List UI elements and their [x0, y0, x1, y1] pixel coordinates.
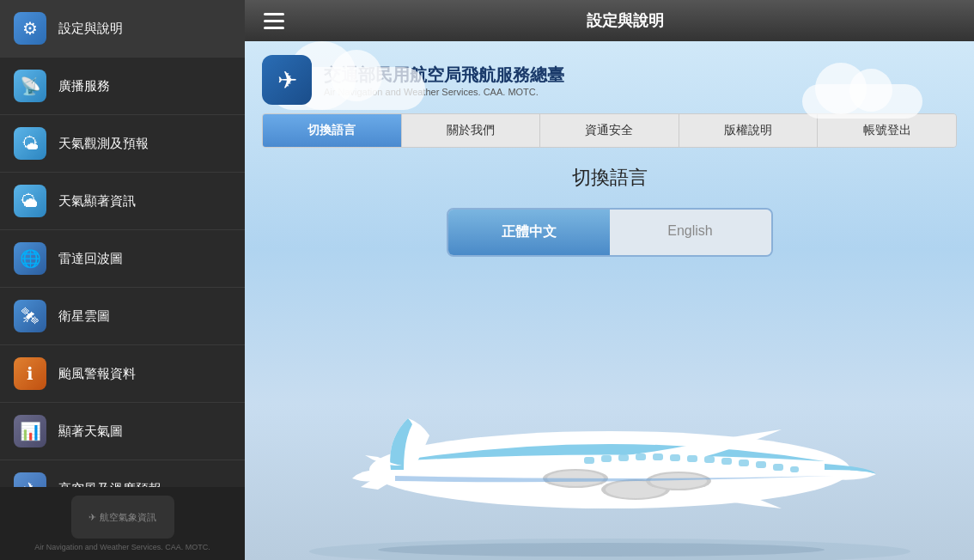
sidebar-icon-weather-sig: 🌥	[14, 185, 46, 217]
sidebar-icon-sigmet: 📊	[14, 415, 46, 447]
tab-about-us[interactable]: 關於我們	[402, 114, 541, 147]
svg-rect-15	[704, 456, 715, 463]
svg-rect-11	[636, 453, 646, 460]
svg-rect-9	[601, 455, 612, 462]
tab-logout[interactable]: 帳號登出	[818, 114, 956, 147]
sidebar-label-weather-sig: 天氣顯著資訊	[58, 193, 136, 210]
sidebar-item-sigmet[interactable]: 📊 顯著天氣圖	[0, 403, 245, 460]
lang-section-title: 切換語言	[262, 165, 957, 191]
sidebar-item-satellite[interactable]: 🛰 衛星雲圖	[0, 288, 245, 345]
topbar-title: 設定與說明	[289, 10, 960, 31]
sidebar-item-weather-sig[interactable]: 🌥 天氣顯著資訊	[0, 173, 245, 230]
sidebar-label-typhoon: 颱風警報資料	[58, 366, 136, 382]
svg-rect-16	[721, 458, 732, 465]
language-toggle: 正體中文 English	[447, 208, 773, 257]
airplane-svg	[309, 337, 910, 560]
sidebar-icon-weather-obs: 🌤	[14, 127, 46, 160]
sidebar-icon-radar: 🌐	[14, 242, 46, 275]
sidebar-icon-broadcast: 📡	[14, 70, 46, 102]
sidebar-bottom-subtitle: Air Navigation and Weather Services. CAA…	[34, 543, 210, 551]
sidebar-label-weather-obs: 天氣觀測及預報	[58, 136, 149, 152]
tab-copyright[interactable]: 版權說明	[679, 114, 819, 147]
topbar: 設定與說明	[245, 0, 974, 41]
svg-rect-18	[756, 461, 766, 468]
svg-rect-20	[790, 466, 799, 472]
tab-bar: 切換語言 關於我們 資通安全 版權說明 帳號登出	[262, 113, 957, 148]
sidebar-item-typhoon[interactable]: ℹ 颱風警報資料	[0, 345, 245, 403]
lang-zh-button[interactable]: 正體中文	[448, 210, 610, 255]
main-area: 設定與說明 交通部民用航空局飛航服務總臺 Air Navigation and …	[245, 0, 974, 560]
airplane-illustration	[245, 320, 974, 560]
svg-point-5	[650, 473, 707, 489]
sidebar-items-container: ⚙ 設定與說明 📡 廣播服務 🌤 天氣觀測及預報 🌥 天氣顯著資訊 🌐 雷達回波…	[0, 0, 245, 560]
svg-rect-8	[584, 457, 594, 464]
language-section: 切換語言 正體中文 English	[245, 156, 974, 265]
cloud-decoration-2	[802, 84, 922, 119]
svg-rect-12	[653, 453, 663, 460]
sidebar-icon-typhoon: ℹ	[14, 357, 46, 390]
sidebar-item-broadcast[interactable]: 📡 廣播服務	[0, 58, 245, 115]
sidebar-bottom: ✈ 航空氣象資訊 Air Navigation and Weather Serv…	[0, 487, 245, 560]
svg-point-21	[378, 543, 825, 557]
sidebar-item-weather-obs[interactable]: 🌤 天氣觀測及預報	[0, 115, 245, 173]
sidebar-label-radar: 雷達回波圖	[58, 251, 123, 267]
svg-rect-10	[618, 454, 629, 461]
sidebar-item-radar[interactable]: 🌐 雷達回波圖	[0, 230, 245, 288]
sidebar-icon-settings: ⚙	[14, 12, 46, 45]
tab-security[interactable]: 資通安全	[540, 114, 679, 147]
sidebar-logo-text: ✈ 航空氣象資訊	[88, 511, 155, 524]
menu-button[interactable]	[259, 5, 289, 36]
caa-logo-icon	[262, 55, 312, 105]
svg-rect-14	[687, 455, 697, 462]
sidebar-label-sigmet: 顯著天氣圖	[58, 423, 123, 440]
svg-rect-19	[773, 464, 783, 471]
sidebar-label-broadcast: 廣播服務	[58, 78, 110, 94]
sidebar: ⚙ 設定與說明 📡 廣播服務 🌤 天氣觀測及預報 🌥 天氣顯著資訊 🌐 雷達回波…	[0, 0, 245, 560]
svg-rect-17	[739, 460, 749, 466]
sidebar-icon-satellite: 🛰	[14, 300, 46, 332]
sidebar-item-settings[interactable]: ⚙ 設定與說明	[0, 0, 245, 58]
sidebar-logo: ✈ 航空氣象資訊	[71, 496, 174, 539]
content-area: 交通部民用航空局飛航服務總臺 Air Navigation and Weathe…	[245, 41, 974, 560]
sidebar-label-settings: 設定與說明	[58, 21, 123, 37]
lang-en-button[interactable]: English	[610, 210, 771, 255]
sidebar-label-satellite: 衛星雲圖	[58, 308, 110, 325]
tab-switch-language[interactable]: 切換語言	[263, 114, 402, 147]
svg-rect-13	[670, 454, 680, 461]
